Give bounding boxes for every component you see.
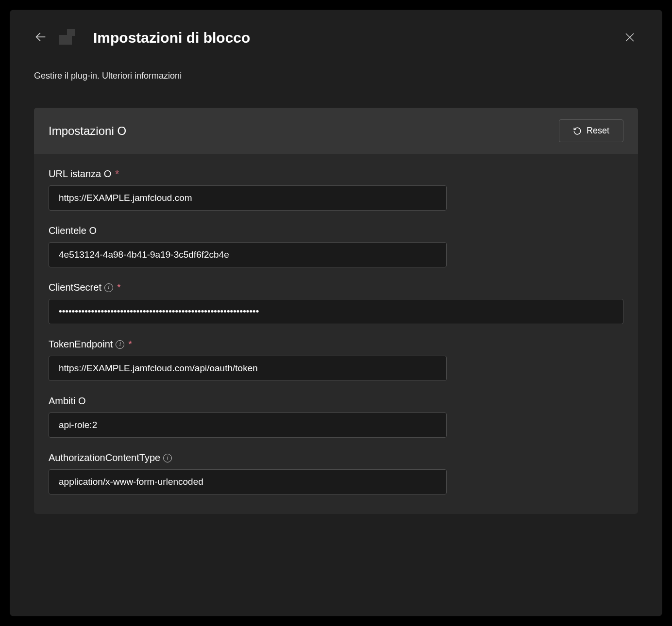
info-icon[interactable]: i xyxy=(163,454,172,462)
label-token-endpoint: TokenEndpoint i * xyxy=(49,339,623,350)
card-title: Impostazioni O xyxy=(49,124,126,138)
label-client-secret: ClientSecret i * xyxy=(49,282,623,293)
arrow-left-icon xyxy=(34,30,48,44)
close-icon xyxy=(624,32,636,43)
info-icon[interactable]: i xyxy=(104,283,113,292)
field-instance-url: URL istanza O* xyxy=(49,168,623,211)
subtitle: Gestire il plug-in. Ulteriori informazio… xyxy=(34,71,638,81)
required-marker: * xyxy=(117,282,121,293)
label-scopes: Ambiti O xyxy=(49,395,623,407)
required-marker: * xyxy=(128,339,132,350)
subtitle-text: Gestire il plug-in. xyxy=(34,71,100,81)
field-token-endpoint: TokenEndpoint i * xyxy=(49,339,623,381)
field-client-secret: ClientSecret i * xyxy=(49,282,623,324)
card-body: URL istanza O* Clientele O ClientSecret … xyxy=(34,154,638,514)
panel-header: Impostazioni di blocco xyxy=(34,29,638,47)
label-instance-url: URL istanza O* xyxy=(49,168,623,180)
settings-panel: Impostazioni di blocco Gestire il plug-i… xyxy=(10,10,662,616)
field-scopes: Ambiti O xyxy=(49,395,623,438)
page-title: Impostazioni di blocco xyxy=(93,30,250,46)
close-button[interactable] xyxy=(624,32,636,45)
reset-icon xyxy=(573,127,582,135)
settings-card: Impostazioni O Reset URL istanza O* Clie… xyxy=(34,108,638,514)
input-client-secret[interactable] xyxy=(49,299,623,324)
input-client-id[interactable] xyxy=(49,242,447,267)
label-auth-content-type: AuthorizationContentType i xyxy=(49,452,623,463)
input-scopes[interactable] xyxy=(49,412,447,438)
field-client-id: Clientele O xyxy=(49,225,623,267)
learn-more-link[interactable]: Ulteriori informazioni xyxy=(102,71,182,81)
input-token-endpoint[interactable] xyxy=(49,356,447,381)
card-header: Impostazioni O Reset xyxy=(34,108,638,154)
field-auth-content-type: AuthorizationContentType i xyxy=(49,452,623,494)
label-client-id: Clientele O xyxy=(49,225,623,236)
input-instance-url[interactable] xyxy=(49,185,447,211)
back-button[interactable] xyxy=(34,30,48,46)
info-icon[interactable]: i xyxy=(116,340,124,349)
reset-button[interactable]: Reset xyxy=(559,119,623,142)
reset-label: Reset xyxy=(587,126,609,136)
plugin-logo-icon xyxy=(57,29,75,47)
input-auth-content-type[interactable] xyxy=(49,469,447,494)
required-marker: * xyxy=(115,168,119,180)
